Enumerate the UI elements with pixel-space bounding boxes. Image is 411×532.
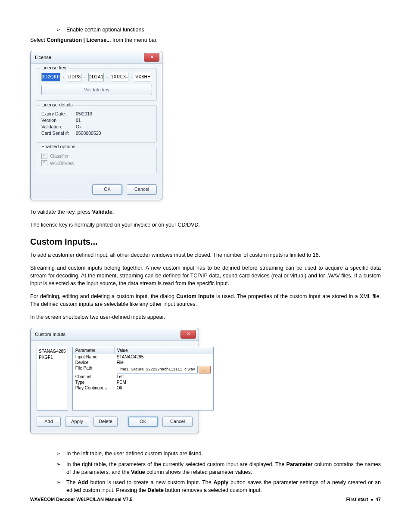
add-button[interactable]: Add (37, 417, 61, 427)
group-label: License details (40, 102, 75, 107)
column-header: Parameter (73, 347, 115, 354)
cancel-button[interactable]: Cancel (162, 417, 193, 427)
license-key-field[interactable]: DD2A1 (88, 73, 104, 81)
file-path-field[interactable]: ime1_Secure_222222nach111111_c.wav (117, 366, 198, 373)
group-label: Enabled options (40, 144, 77, 149)
paragraph: In the screen shot below two user-define… (30, 313, 381, 321)
dialog-title: Custom Inputs (35, 332, 65, 337)
dialog-title: License (35, 55, 51, 60)
parameters-table: Parameter Value Input NameSTANAG4285 Dev… (72, 347, 214, 411)
footer-left: WAVECOM Decoder W61PC/LAN Manual V7.5 (30, 497, 133, 502)
validate-key-button[interactable]: Validate key (41, 85, 152, 95)
bullet-text: The Add button is used to create a new c… (66, 479, 381, 494)
paragraph: The license key is normally printed on y… (30, 221, 381, 229)
apply-button[interactable]: Apply (65, 417, 89, 427)
footer-right: First start ● 47 (346, 497, 381, 502)
heading-custom-inputs: Custom Inputs... (30, 237, 381, 247)
column-header: Value (115, 347, 214, 354)
checkbox-icon (41, 160, 47, 166)
license-key-field[interactable]: 1XREX- (111, 73, 128, 81)
license-key-field[interactable]: VX8HH (135, 73, 151, 81)
close-icon[interactable]: ✕ (181, 330, 196, 339)
list-item[interactable]: STANAG4285 (39, 348, 66, 355)
license-key-field[interactable]: 3D2QKII (41, 73, 60, 81)
bullet-arrow-icon: ➢ (56, 450, 66, 457)
cancel-button[interactable]: Cancel (127, 184, 157, 195)
delete-button[interactable]: Delete (93, 417, 118, 427)
inputs-list[interactable]: STANAG4285 PXGF1 (37, 347, 68, 411)
close-icon[interactable]: ✕ (144, 53, 159, 62)
page-footer: WAVECOM Decoder W61PC/LAN Manual V7.5 Fi… (30, 497, 381, 502)
bullet-arrow-icon: ➢ (56, 26, 66, 34)
paragraph: To validate the key, press Validate. (30, 208, 381, 216)
ok-button[interactable]: OK (128, 417, 158, 427)
license-dialog: License ✕ License key: 3D2QKII- LIDR8- D… (30, 51, 162, 200)
paragraph: Streaming and custom inputs belong toget… (30, 264, 381, 287)
bullet-text: Enable certain optional functions (66, 26, 144, 34)
group-label: License key: (40, 65, 69, 70)
ok-button[interactable]: OK (92, 184, 122, 195)
bullet-text: In the left table, the user defined cust… (66, 450, 203, 457)
browse-button[interactable]: ... (199, 366, 211, 373)
list-item[interactable]: PXGF1 (39, 355, 66, 361)
paragraph: For defining, editing and deleting a cus… (30, 292, 381, 308)
custom-inputs-dialog: Custom Inputs ✕ STANAG4285 PXGF1 Paramet… (30, 328, 199, 433)
license-key-field[interactable]: LIDR8 (67, 73, 81, 81)
checkbox-icon (41, 153, 47, 159)
bullet-arrow-icon: ➢ (56, 479, 66, 494)
bullet-arrow-icon: ➢ (56, 460, 66, 476)
paragraph: Select Configuration | License... from t… (30, 36, 381, 44)
paragraph: To add a customer defined Input, all oth… (30, 251, 381, 259)
bullet-text: In the right table, the parameters of th… (66, 460, 381, 476)
